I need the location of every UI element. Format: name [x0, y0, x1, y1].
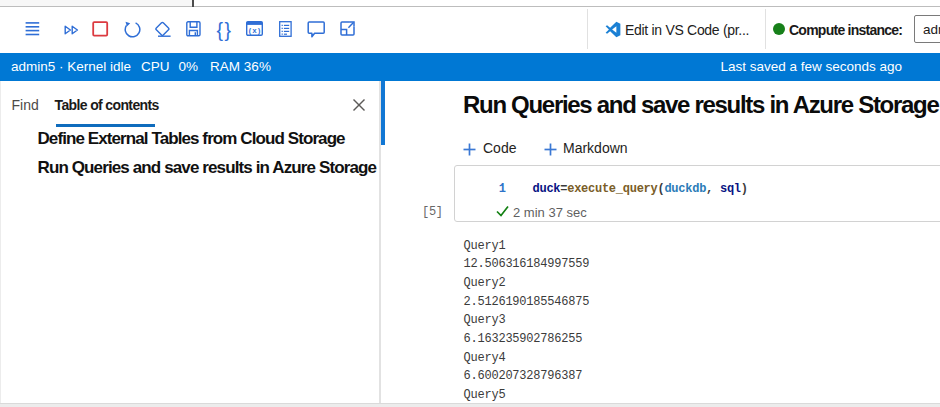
svg-text:(x): (x) — [248, 27, 262, 35]
